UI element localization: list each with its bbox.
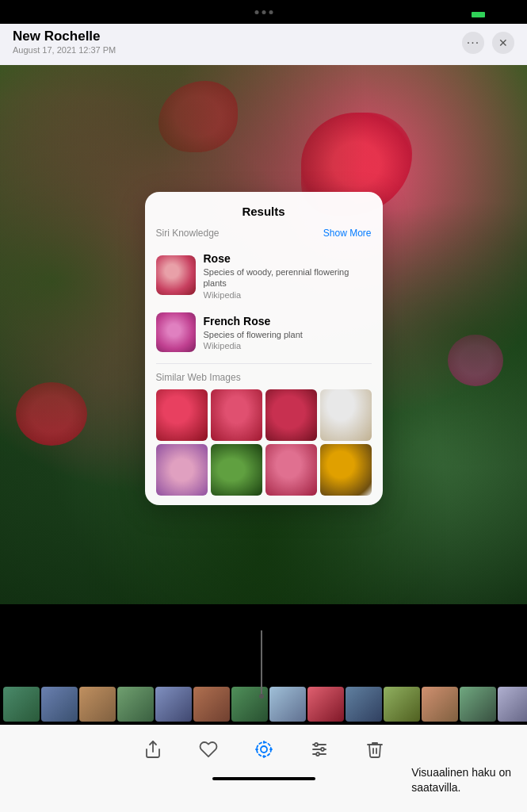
ellipsis-icon: ··· bbox=[467, 36, 479, 50]
strip-thumb-3[interactable] bbox=[79, 687, 116, 722]
strip-thumb-12[interactable] bbox=[422, 687, 458, 722]
header-title-group: New Rochelle August 17, 2021 12:37 PM bbox=[13, 29, 116, 55]
results-card: Results Siri Knowledge Show More Rose Sp… bbox=[145, 192, 383, 505]
rose-text: Rose Species of woody, perennial floweri… bbox=[204, 251, 372, 300]
photo-container: Results Siri Knowledge Show More Rose Sp… bbox=[0, 65, 527, 604]
similar-images-grid bbox=[145, 389, 383, 496]
photo-background: Results Siri Knowledge Show More Rose Sp… bbox=[0, 65, 527, 604]
similar-thumb-8[interactable] bbox=[320, 444, 372, 496]
siri-knowledge-label: Siri Knowledge bbox=[156, 228, 220, 239]
similar-thumb-6[interactable] bbox=[211, 444, 262, 496]
similar-thumb-5[interactable] bbox=[156, 444, 208, 496]
french-rose-text: French Rose Species of flowering plant W… bbox=[204, 314, 303, 350]
result-item-rose[interactable]: Rose Species of woody, perennial floweri… bbox=[145, 245, 383, 306]
strip-thumb-14[interactable] bbox=[498, 687, 527, 722]
page-subtitle: August 17, 2021 12:37 PM bbox=[13, 45, 116, 55]
status-left: 9:41 AM Mon Jun 10 bbox=[14, 9, 113, 21]
share-button[interactable] bbox=[139, 736, 166, 763]
status-day: Mon Jun 10 bbox=[59, 9, 113, 21]
battery-indicator: 100% bbox=[470, 10, 513, 19]
svg-point-1 bbox=[261, 746, 267, 753]
svg-point-6 bbox=[315, 743, 318, 746]
header-actions: ··· ✕ bbox=[462, 32, 514, 54]
french-rose-name: French Rose bbox=[204, 314, 303, 328]
annotation-text: Visuaalinen haku on saatavilla. bbox=[411, 765, 511, 796]
rose-name: Rose bbox=[204, 251, 372, 266]
strip-thumb-6[interactable] bbox=[193, 687, 230, 722]
flower-decoration-4 bbox=[448, 335, 503, 386]
flower-decoration-3 bbox=[16, 382, 87, 446]
more-button[interactable]: ··· bbox=[462, 32, 484, 54]
similar-thumb-7[interactable] bbox=[265, 444, 317, 496]
siri-knowledge-header: Siri Knowledge Show More bbox=[145, 228, 383, 245]
rose-thumbnail bbox=[156, 255, 196, 295]
delete-button[interactable] bbox=[361, 736, 388, 763]
strip-thumb-4[interactable] bbox=[117, 687, 154, 722]
close-button[interactable]: ✕ bbox=[492, 32, 514, 54]
top-dots bbox=[254, 0, 273, 24]
strip-thumb-11[interactable] bbox=[384, 687, 420, 722]
strip-thumb-2[interactable] bbox=[41, 687, 78, 722]
similar-thumb-2[interactable] bbox=[211, 389, 262, 441]
like-button[interactable] bbox=[195, 736, 222, 763]
strip-thumb-1[interactable] bbox=[3, 687, 40, 722]
show-more-button[interactable]: Show More bbox=[323, 228, 372, 239]
similar-images-label: Similar Web Images bbox=[145, 369, 383, 389]
toolbar-buttons bbox=[139, 725, 388, 763]
svg-point-8 bbox=[316, 753, 319, 756]
strip-thumb-9[interactable] bbox=[307, 687, 344, 722]
svg-point-7 bbox=[321, 748, 324, 751]
home-indicator bbox=[212, 777, 315, 780]
page-title: New Rochelle bbox=[13, 29, 116, 44]
signal-icon bbox=[436, 10, 448, 18]
french-rose-source: Wikipedia bbox=[204, 341, 303, 350]
french-rose-description: Species of flowering plant bbox=[204, 329, 303, 340]
pointer-stem bbox=[261, 630, 262, 694]
close-icon: ✕ bbox=[498, 36, 508, 49]
status-right: 100% bbox=[436, 9, 513, 20]
french-rose-thumbnail bbox=[156, 312, 196, 352]
adjust-button[interactable] bbox=[306, 736, 333, 763]
results-title: Results bbox=[145, 205, 383, 218]
strip-thumb-10[interactable] bbox=[346, 687, 382, 722]
rose-description: Species of woody, perennial flowering pl… bbox=[204, 266, 372, 289]
strip-thumb-5[interactable] bbox=[155, 687, 192, 722]
pointer-line bbox=[259, 630, 264, 699]
similar-thumb-1[interactable] bbox=[156, 389, 208, 441]
header: New Rochelle August 17, 2021 12:37 PM ··… bbox=[0, 24, 527, 65]
result-item-french-rose[interactable]: French Rose Species of flowering plant W… bbox=[145, 306, 383, 358]
flower-decoration-2 bbox=[158, 81, 238, 152]
divider bbox=[156, 363, 372, 364]
status-time: 9:41 AM bbox=[14, 9, 53, 21]
annotation: Visuaalinen haku on saatavilla. bbox=[411, 765, 511, 796]
rose-source: Wikipedia bbox=[204, 290, 372, 300]
similar-thumb-4[interactable] bbox=[320, 389, 372, 441]
svg-point-2 bbox=[257, 742, 271, 756]
similar-thumb-3[interactable] bbox=[265, 389, 317, 441]
strip-thumb-8[interactable] bbox=[269, 687, 306, 722]
wifi-icon bbox=[453, 9, 465, 20]
visual-search-button[interactable] bbox=[250, 736, 277, 763]
strip-thumb-13[interactable] bbox=[460, 687, 496, 722]
pointer-dot bbox=[259, 694, 264, 699]
